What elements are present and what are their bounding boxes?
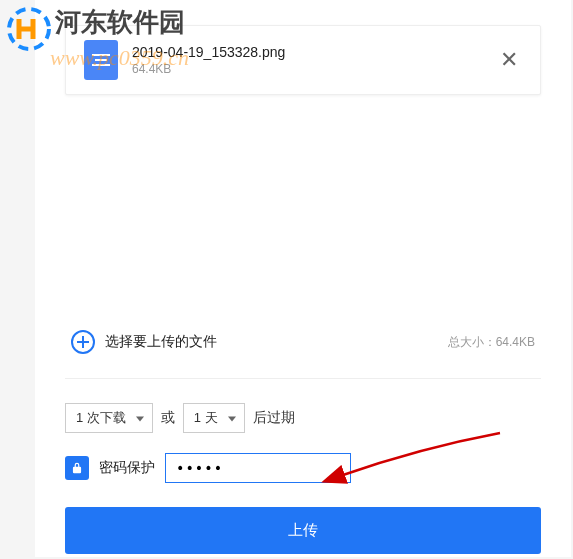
add-files-group: 选择要上传的文件 <box>71 330 217 354</box>
after-expire-text: 后过期 <box>253 409 295 427</box>
drop-area[interactable] <box>65 95 541 330</box>
select-row: 选择要上传的文件 总大小：64.4KB <box>65 330 541 354</box>
total-size: 总大小：64.4KB <box>448 334 535 351</box>
password-label: 密码保护 <box>99 459 155 477</box>
watermark-logo <box>5 5 53 53</box>
upload-button[interactable]: 上传 <box>65 507 541 554</box>
watermark-url: www.pc0359.cn <box>50 45 189 71</box>
total-size-label: 总大小： <box>448 335 496 349</box>
total-size-value: 64.4KB <box>496 335 535 349</box>
days-select[interactable]: 1 天 <box>183 403 245 433</box>
or-text: 或 <box>161 409 175 427</box>
password-row: 密码保护 <box>65 453 541 483</box>
lock-icon[interactable] <box>65 456 89 480</box>
password-input[interactable] <box>165 453 351 483</box>
add-files-label[interactable]: 选择要上传的文件 <box>105 333 217 351</box>
watermark-title: 河东软件园 <box>55 5 185 40</box>
downloads-select[interactable]: 1 次下载 <box>65 403 153 433</box>
expire-row: 1 次下载 或 1 天 后过期 <box>65 403 541 433</box>
upload-panel: 2019-04-19_153328.png 64.4KB ✕ 选择要上传的文件 … <box>35 0 571 557</box>
remove-file-button[interactable]: ✕ <box>496 45 522 75</box>
add-files-icon[interactable] <box>71 330 95 354</box>
divider <box>65 378 541 379</box>
